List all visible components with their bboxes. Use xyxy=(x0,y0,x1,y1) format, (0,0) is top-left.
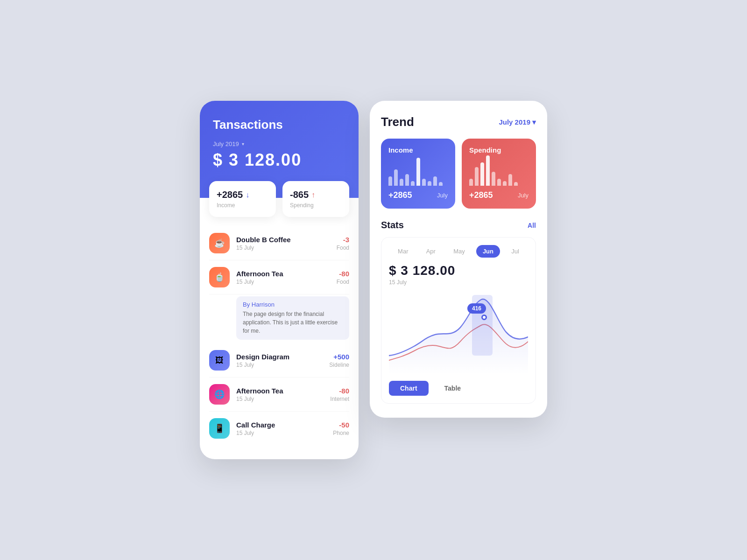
chart-month[interactable]: Mar xyxy=(391,245,415,258)
bar xyxy=(388,176,392,186)
income-bars xyxy=(388,158,448,186)
bar xyxy=(469,179,473,186)
transaction-item[interactable]: 📱Call Charge15 July-50Phone xyxy=(209,412,349,445)
tx-tooltip: By HarrisonThe page design for the finan… xyxy=(236,296,349,340)
stats-all-button[interactable]: All xyxy=(528,222,536,229)
income-trend-card: Income +2865 July xyxy=(381,139,455,209)
income-value: +2865 ↓ xyxy=(217,189,268,200)
bar xyxy=(439,182,443,186)
bar xyxy=(514,182,518,186)
bar xyxy=(486,155,490,186)
transaction-item[interactable]: 🌐Afternoon Tea15 July-80Internet xyxy=(209,378,349,412)
trend-cards: Income +2865 July Spending +2865 July xyxy=(381,139,536,209)
chart-month[interactable]: Jul xyxy=(505,245,526,258)
tx-icon-phone: 📱 xyxy=(209,418,230,439)
tx-category: Food xyxy=(337,245,349,251)
chart-month[interactable]: Apr xyxy=(420,245,442,258)
tx-info: Double B Coffee15 July xyxy=(236,236,337,251)
bar xyxy=(480,162,484,186)
tx-category: Phone xyxy=(333,430,349,436)
income-card: +2865 ↓ Income xyxy=(209,181,276,217)
income-trend-month: July xyxy=(437,192,448,199)
chart-tab-table[interactable]: Table xyxy=(433,381,472,396)
tx-amount: -50 xyxy=(333,421,349,429)
stats-header: Stats All xyxy=(381,220,536,231)
bar xyxy=(428,181,431,186)
transaction-item[interactable]: 🍵Afternoon Tea15 July-80Food xyxy=(209,260,349,294)
spending-trend-amount: +2865 xyxy=(469,190,493,200)
transactions-phone: Tansactions July 2019 ▾ $ 3 128.00 +2865… xyxy=(200,101,359,459)
spending-bars xyxy=(469,158,529,186)
income-trend-amount: +2865 xyxy=(388,190,412,200)
spending-value: -865 ↑ xyxy=(290,189,342,200)
tx-tooltip-desc: The page design for the financial applic… xyxy=(243,310,343,335)
chart-svg-container: 416 xyxy=(389,290,528,374)
chart-tooltip-dot xyxy=(481,315,487,320)
tx-amount: -3 xyxy=(337,236,349,244)
chevron-down-icon: ▾ xyxy=(242,141,244,147)
spending-trend-label: Spending xyxy=(469,146,529,154)
arrow-up-icon: ↑ xyxy=(311,191,315,199)
bar xyxy=(416,158,420,186)
tx-amount-col: -50Phone xyxy=(333,421,349,436)
tx-date: 15 July xyxy=(236,362,329,368)
income-trend-label: Income xyxy=(388,146,448,154)
tx-date: 15 July xyxy=(236,245,337,251)
tx-amount-col: -3Food xyxy=(337,236,349,251)
bar xyxy=(508,174,512,186)
tx-amount-col: -80Food xyxy=(337,270,349,285)
stats-section: Stats All MarAprMayJunJul $ 3 128.00 15 … xyxy=(381,220,536,404)
tx-icon-sideline: 🖼 xyxy=(209,350,230,371)
chart-svg xyxy=(389,290,528,374)
chart-month[interactable]: Jun xyxy=(476,245,500,258)
tx-amount: -80 xyxy=(330,387,349,395)
tx-info: Design Diagram15 July xyxy=(236,353,329,368)
tx-category: Internet xyxy=(330,396,349,402)
bar xyxy=(492,172,495,186)
tx-icon-food: ☕ xyxy=(209,233,230,253)
chart-date: 15 July xyxy=(389,279,528,286)
transactions-list: ☕Double B Coffee15 July-3Food🍵Afternoon … xyxy=(200,217,359,459)
tx-category: Sideline xyxy=(329,362,349,368)
chart-amount: $ 3 128.00 xyxy=(389,263,528,278)
bar xyxy=(394,169,398,186)
income-label: Income xyxy=(217,202,268,209)
bar xyxy=(497,179,501,186)
trend-title: Trend xyxy=(381,115,414,129)
tx-icon-food: 🍵 xyxy=(209,267,230,287)
tx-tooltip-author: By Harrison xyxy=(243,301,343,308)
chevron-down-icon: ▾ xyxy=(532,118,536,126)
bar xyxy=(503,181,507,186)
chart-tab-chart[interactable]: Chart xyxy=(389,381,429,396)
tx-category: Food xyxy=(337,279,349,285)
trend-month-selector[interactable]: July 2019 ▾ xyxy=(499,118,536,126)
transaction-item[interactable]: 🖼Design Diagram15 July+500Sideline xyxy=(209,343,349,378)
stats-cards: +2865 ↓ Income -865 ↑ Spending xyxy=(200,181,359,217)
tx-date: 15 July xyxy=(236,430,333,436)
tx-date: 15 July xyxy=(236,279,337,285)
bar xyxy=(411,181,415,186)
tx-amount: -80 xyxy=(337,270,349,278)
tx-icon-internet: 🌐 xyxy=(209,384,230,405)
bar xyxy=(422,179,426,186)
bar xyxy=(475,167,479,186)
tx-amount: +500 xyxy=(329,353,349,361)
chart-month[interactable]: May xyxy=(447,245,472,258)
trend-header: Trend July 2019 ▾ xyxy=(381,115,536,129)
tx-name: Double B Coffee xyxy=(236,236,337,244)
transaction-item[interactable]: ☕Double B Coffee15 July-3Food xyxy=(209,226,349,260)
tx-date: 15 July xyxy=(236,396,330,402)
tx-name: Afternoon Tea xyxy=(236,387,330,395)
chart-tabs: Chart Table xyxy=(389,381,528,396)
bar xyxy=(405,174,409,186)
screen-container: Tansactions July 2019 ▾ $ 3 128.00 +2865… xyxy=(181,82,566,478)
month-selector[interactable]: July 2019 ▾ xyxy=(213,140,345,147)
stats-title: Stats xyxy=(381,220,404,231)
chart-info: $ 3 128.00 15 July xyxy=(389,263,528,286)
month-label: July 2019 xyxy=(213,140,239,147)
tx-name: Afternoon Tea xyxy=(236,270,337,278)
tx-info: Call Charge15 July xyxy=(236,421,333,436)
arrow-down-icon: ↓ xyxy=(246,191,249,199)
tx-name: Design Diagram xyxy=(236,353,329,361)
chart-months: MarAprMayJunJul xyxy=(389,245,528,258)
